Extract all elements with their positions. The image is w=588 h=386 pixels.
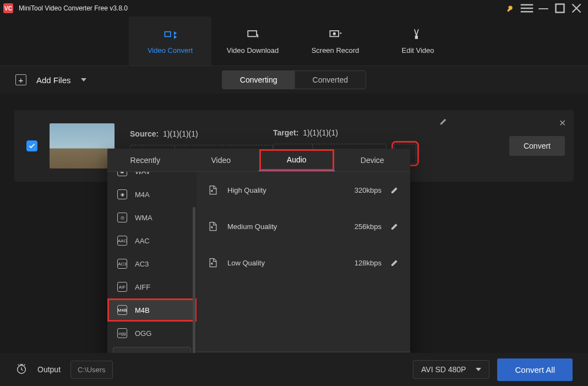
remove-clip-icon[interactable]: ✕ [559, 118, 566, 128]
fmt-label: M4A [135, 191, 150, 199]
fmt-label: WMA [135, 214, 153, 222]
quality-high[interactable]: High Quality 320kbps [197, 172, 410, 208]
fmt-label: AIFF [135, 283, 150, 291]
quality-rate: 320kbps [355, 186, 382, 194]
audio-file-icon: AC3 [117, 259, 127, 269]
audio-file-icon: AAC [117, 236, 127, 246]
tab-label: Video Convert [148, 46, 193, 55]
output-path-field[interactable]: C:\Users [70, 361, 113, 379]
panel-tab-recently[interactable]: Recently [107, 149, 183, 171]
edit-icon [410, 28, 426, 41]
menu-icon[interactable] [519, 0, 535, 17]
fmt-label: M4B [135, 306, 150, 314]
upgrade-icon[interactable] [502, 0, 519, 17]
tab-edit-video[interactable]: Edit Video [377, 17, 459, 66]
quality-edit-icon[interactable] [390, 186, 399, 194]
tab-video-download[interactable]: Video Download [211, 17, 294, 66]
app-title: MiniTool Video Converter Free v3.8.0 [19, 4, 128, 12]
quality-low[interactable]: Low Quality 128kbps [197, 244, 410, 281]
fmt-label: AC3 [135, 260, 149, 268]
clip-thumbnail [50, 123, 115, 168]
chevron-down-icon[interactable] [81, 78, 86, 81]
svg-point-0 [333, 32, 336, 35]
target-preset-value: AVI SD 480P [421, 365, 466, 374]
record-icon [328, 28, 343, 41]
maximize-icon[interactable] [552, 0, 568, 17]
fmt-ogg[interactable]: oggOGG [107, 322, 197, 341]
tab-label: Edit Video [401, 46, 434, 55]
add-files-button[interactable]: + Add Files [15, 74, 86, 85]
edit-target-icon[interactable] [439, 118, 447, 126]
audio-quality-icon [208, 257, 219, 268]
convert-button[interactable]: Convert [509, 136, 565, 156]
tab-converting[interactable]: Converting [222, 71, 295, 89]
tab-label: Video Download [227, 46, 279, 55]
audio-file-icon: ogg [117, 328, 127, 338]
minimize-icon[interactable] [535, 0, 552, 17]
close-icon[interactable] [568, 0, 585, 17]
format-list[interactable]: ▣WAV ◉M4A ◎WMA AACAAC AC3AC3 AIFAIFF M4B… [107, 172, 197, 380]
audio-file-icon: ◉ [117, 189, 127, 199]
fmt-m4a[interactable]: ◉M4A [107, 183, 197, 206]
fmt-label: AAC [135, 237, 150, 245]
tab-label: Screen Record [312, 46, 360, 55]
target-label: Target: [273, 128, 298, 137]
quality-medium[interactable]: Medium Quality 256kbps [197, 208, 410, 244]
audio-file-icon: ▣ [117, 172, 127, 176]
audio-file-icon: ◎ [117, 213, 127, 222]
panel-tab-audio[interactable]: Audio [259, 149, 335, 171]
quality-rate: 128kbps [355, 259, 382, 267]
quality-edit-icon[interactable] [390, 258, 399, 267]
fmt-label: WAV [135, 172, 150, 176]
download-icon [245, 28, 260, 41]
quality-edit-icon[interactable] [390, 222, 399, 231]
audio-file-icon: M4B [117, 305, 127, 315]
plus-box-icon: + [15, 74, 26, 85]
audio-quality-icon [208, 221, 219, 232]
convert-all-button[interactable]: Convert All [497, 358, 573, 381]
source-label: Source: [130, 129, 159, 138]
fmt-wav[interactable]: ▣WAV [107, 172, 197, 183]
target-name: 1)(1)(1)(1) [303, 128, 338, 137]
fmt-m4b[interactable]: M4BM4B [107, 298, 197, 322]
fmt-label: OGG [135, 329, 151, 338]
audio-quality-icon [208, 184, 219, 195]
app-logo: VC [3, 3, 13, 13]
tab-screen-record[interactable]: Screen Record [294, 17, 377, 66]
target-preset-selector[interactable]: AVI SD 480P [413, 360, 489, 379]
output-label: Output [37, 365, 61, 374]
fmt-ac3[interactable]: AC3AC3 [107, 252, 197, 275]
panel-tab-video[interactable]: Video [183, 149, 259, 171]
quality-name: Low Quality [227, 259, 346, 267]
convert-icon [162, 28, 178, 41]
schedule-icon[interactable] [15, 363, 28, 377]
source-name: 1)(1)(1)(1) [163, 129, 198, 138]
fmt-aiff[interactable]: AIFAIFF [107, 275, 197, 298]
tab-converted[interactable]: Converted [295, 71, 366, 89]
add-files-label: Add Files [36, 75, 71, 85]
quality-rate: 256kbps [355, 222, 382, 231]
fmt-aac[interactable]: AACAAC [107, 229, 197, 252]
audio-file-icon: AIF [117, 282, 127, 292]
fmt-wma[interactable]: ◎WMA [107, 206, 197, 229]
tab-video-convert[interactable]: Video Convert [129, 17, 211, 66]
quality-name: High Quality [227, 186, 346, 194]
panel-tab-device[interactable]: Device [335, 149, 411, 171]
clip-checkbox[interactable] [26, 140, 37, 151]
chevron-down-icon [476, 368, 481, 371]
quality-name: Medium Quality [227, 222, 346, 231]
format-panel: Recently Video Audio Device ▣WAV ◉M4A ◎W… [107, 149, 410, 380]
